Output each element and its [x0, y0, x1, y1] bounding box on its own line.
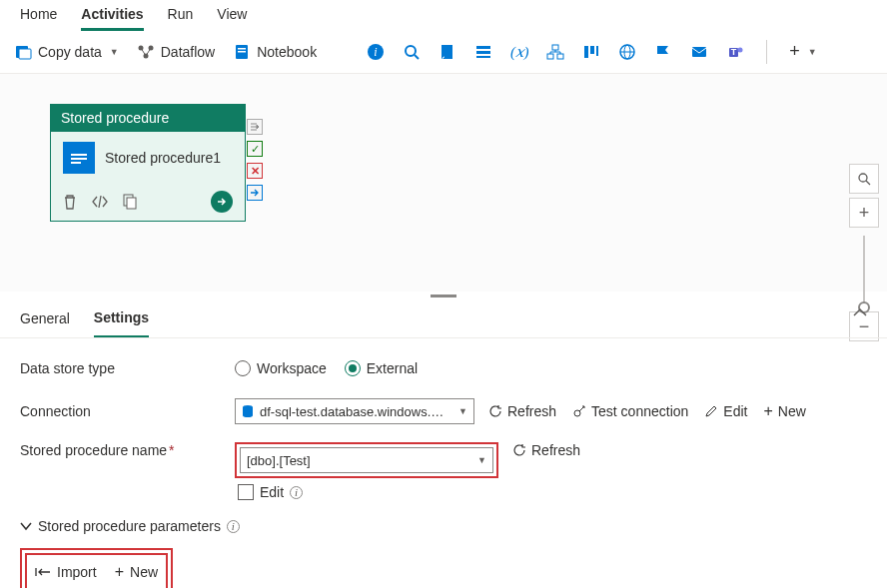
copy-icon[interactable] — [123, 194, 137, 210]
svg-rect-34 — [127, 198, 136, 209]
activity-outputs: ✓ ✕ — [247, 119, 263, 201]
workspace-radio-label: Workspace — [257, 360, 327, 376]
refresh-label: Refresh — [531, 442, 580, 458]
svg-rect-30 — [71, 154, 87, 156]
database-icon — [242, 404, 254, 418]
workspace-radio[interactable]: Workspace — [235, 360, 327, 376]
sp-name-label: Stored procedure name* — [20, 442, 235, 458]
activity-name: Stored procedure1 — [105, 150, 221, 166]
kanban-icon[interactable] — [582, 43, 600, 61]
teams-icon[interactable]: T — [726, 43, 744, 61]
settings-form: Data store type Workspace External Conne… — [0, 338, 887, 588]
chevron-down-icon: ▼ — [808, 47, 817, 57]
zoom-slider[interactable] — [863, 236, 865, 307]
dataflow-button[interactable]: Dataflow — [137, 43, 215, 61]
import-icon — [35, 566, 51, 578]
new-parameter-button[interactable]: + New — [115, 563, 158, 581]
flag-icon[interactable] — [654, 43, 672, 61]
mail-icon[interactable] — [690, 43, 708, 61]
list-icon[interactable] — [474, 43, 492, 61]
svg-rect-7 — [238, 51, 246, 53]
highlight-box: [dbo].[Test] ▼ — [235, 442, 498, 478]
tab-home[interactable]: Home — [20, 4, 57, 28]
svg-text:T: T — [731, 47, 737, 57]
canvas-search-button[interactable] — [849, 164, 879, 194]
tab-view[interactable]: View — [217, 4, 247, 28]
test-connection-button[interactable]: Test connection — [572, 403, 688, 419]
notebook-button[interactable]: Notebook — [233, 43, 317, 61]
dataflow-icon — [137, 43, 155, 61]
activity-card[interactable]: Stored procedure Stored procedure1 — [50, 104, 246, 222]
plus-icon: + — [763, 402, 772, 420]
new-label: New — [778, 403, 806, 419]
info-icon[interactable]: i — [290, 486, 303, 499]
svg-point-35 — [859, 174, 867, 182]
pencil-icon — [704, 404, 718, 418]
edit-label: Edit — [723, 403, 747, 419]
code-icon[interactable] — [91, 195, 109, 209]
edit-checkbox[interactable] — [238, 484, 254, 500]
external-radio-label: External — [367, 360, 418, 376]
pipeline-canvas[interactable]: Stored procedure Stored procedure1 ✓ ✕ +… — [0, 74, 887, 292]
variable-icon[interactable]: (𝑥) — [510, 43, 528, 61]
script-icon[interactable] — [439, 43, 456, 61]
tab-run[interactable]: Run — [168, 4, 194, 28]
svg-rect-1 — [19, 49, 31, 59]
highlight-box: Import + New — [20, 548, 173, 588]
activity-type-label: Stored procedure — [51, 105, 245, 132]
chevron-down-icon: ▼ — [477, 455, 486, 465]
new-label: New — [130, 564, 158, 580]
svg-rect-16 — [552, 45, 558, 50]
refresh-connection-button[interactable]: Refresh — [488, 403, 556, 419]
svg-rect-25 — [692, 47, 706, 57]
tab-general[interactable]: General — [20, 310, 70, 336]
svg-text:i: i — [374, 45, 377, 59]
info-icon[interactable]: i — [367, 43, 385, 61]
tab-activities[interactable]: Activities — [81, 4, 143, 31]
copy-data-label: Copy data — [38, 44, 102, 60]
svg-rect-18 — [557, 54, 563, 59]
copy-data-icon — [14, 43, 32, 61]
collapse-panel-icon[interactable] — [853, 307, 867, 317]
svg-rect-21 — [596, 46, 598, 56]
required-indicator: * — [169, 442, 174, 458]
panel-resize-handle[interactable] — [0, 292, 887, 299]
sp-name-value: [dbo].[Test] — [247, 453, 469, 468]
external-radio[interactable]: External — [345, 360, 418, 376]
notebook-icon — [233, 43, 251, 61]
dataflow-label: Dataflow — [161, 44, 215, 60]
edit-checkbox-label: Edit — [260, 484, 284, 500]
svg-rect-17 — [547, 54, 553, 59]
chevron-down-icon: ▼ — [110, 47, 119, 57]
globe-icon[interactable] — [618, 43, 636, 61]
new-connection-button[interactable]: + New — [763, 402, 805, 420]
success-output-icon[interactable]: ✓ — [247, 141, 263, 157]
svg-point-2 — [138, 45, 143, 50]
search-icon[interactable] — [403, 43, 421, 61]
run-activity-button[interactable] — [211, 191, 233, 213]
info-icon[interactable]: i — [227, 520, 240, 533]
completion-output-icon[interactable] — [247, 185, 263, 201]
toolbar: Copy data ▼ Dataflow Notebook i (𝑥) T + … — [0, 30, 887, 74]
delete-icon[interactable] — [63, 194, 77, 210]
svg-point-10 — [406, 46, 416, 56]
connection-dropdown[interactable]: df-sql-test.database.windows.net;tes... … — [235, 398, 474, 424]
failure-output-icon[interactable]: ✕ — [247, 163, 263, 179]
svg-rect-15 — [476, 56, 490, 58]
edit-connection-button[interactable]: Edit — [704, 403, 747, 419]
connection-value: df-sql-test.database.windows.net;tes... — [260, 404, 450, 419]
output-handle-icon[interactable] — [247, 119, 263, 135]
tab-settings[interactable]: Settings — [94, 309, 149, 337]
zoom-in-button[interactable]: + — [849, 198, 879, 228]
sp-parameters-label: Stored procedure parameters — [38, 518, 221, 534]
sp-parameters-section[interactable]: Stored procedure parameters i — [20, 518, 867, 534]
copy-data-button[interactable]: Copy data ▼ — [14, 43, 119, 61]
refresh-icon — [488, 404, 502, 418]
sp-name-dropdown[interactable]: [dbo].[Test] ▼ — [240, 447, 493, 473]
hierarchy-icon[interactable] — [546, 43, 564, 61]
add-button[interactable]: + ▼ — [789, 41, 816, 62]
import-parameters-button[interactable]: Import — [35, 563, 97, 581]
refresh-sp-button[interactable]: Refresh — [512, 442, 580, 458]
notebook-label: Notebook — [257, 44, 317, 60]
data-store-type-label: Data store type — [20, 360, 235, 376]
